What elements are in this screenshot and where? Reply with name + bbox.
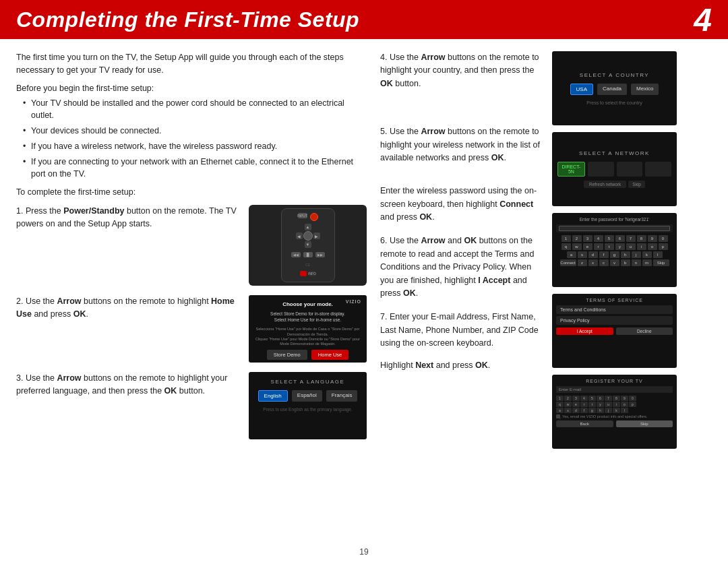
decline-btn: Decline	[616, 327, 673, 335]
page-title: Completing the First-Time Setup	[16, 7, 359, 32]
step-7b: Highlight Next and press OK.	[380, 359, 543, 372]
rkey-j: j	[605, 408, 612, 413]
register-skip-btn: Skip	[616, 420, 673, 427]
select-network-screen: SELECT A NETWORK DIRECT-5N Refresh netwo…	[552, 132, 677, 206]
key-skip: Skip	[653, 259, 669, 266]
key-x: x	[588, 259, 598, 266]
step-2-homeuse: Home Use	[16, 296, 235, 319]
key-y: y	[615, 243, 625, 250]
step-2-ok: OK	[73, 309, 86, 319]
network-item-1: DIRECT-5N	[557, 162, 585, 177]
rkey-q: q	[556, 402, 564, 407]
remote-bottom-buttons: INFO	[300, 271, 315, 276]
keyboard-row-1: 1 2 3 4 5 6 7 8 9 0	[556, 235, 673, 242]
dpad: ▲ ▼ ◀ ▶	[296, 224, 320, 248]
remote-image: INPUT ▲ ▼ ◀ ▶ ◀◀ ▐▌ ▶▶ CE	[249, 205, 367, 286]
key-q: q	[562, 243, 571, 250]
step-2-text: 2. Use the Arrow buttons on the remote t…	[16, 295, 241, 321]
footer-page-number: 19	[359, 547, 368, 557]
password-screen: Enter the password for 'Netgear321' 1 2 …	[552, 213, 677, 287]
input-button: INPUT	[298, 213, 307, 218]
step-6-ok: OK	[464, 236, 477, 245]
rkey-6: 6	[597, 396, 604, 401]
list-item: Your devices should be connected.	[23, 125, 367, 137]
homeuse-subtitle: Select Store Demo for in-store display. …	[270, 311, 345, 323]
key-t: t	[605, 243, 614, 250]
step-6-number: 6.	[380, 236, 387, 245]
email-field: Enter E-mail	[556, 386, 673, 393]
right-column: 4. Use the Arrow buttons on the remote t…	[380, 51, 677, 535]
prerequisite-list: Your TV should be installed and the powe…	[23, 97, 367, 181]
step-4-arrow: Arrow	[421, 53, 445, 62]
network-item-4	[645, 162, 671, 177]
step-5-arrow: Arrow	[421, 127, 445, 136]
step-6: 6. Use the Arrow and OK buttons on the r…	[380, 235, 543, 300]
key-connect: Connect	[560, 259, 576, 266]
reg-row-3: a s d f g h j k l	[556, 408, 673, 413]
ff-button: ▶▶	[315, 252, 325, 257]
key-n: n	[632, 259, 641, 266]
key-u: u	[626, 243, 636, 250]
rkey-d: d	[572, 408, 580, 413]
homeuse-title: Choose your mode.	[282, 301, 333, 308]
key-j: j	[632, 251, 641, 258]
rkey-u: u	[605, 402, 612, 407]
canada-btn: Canada	[597, 84, 627, 95]
step-7-number: 7.	[380, 312, 387, 321]
homeuse-extra: Selecciona "Home Use" por Modo de Casa o…	[254, 327, 361, 346]
step-3-text: 3. Use the Arrow buttons on the remote t…	[16, 372, 241, 398]
rkey-0: 0	[629, 396, 636, 401]
keyboard-row-3: a s d f g h j k l	[556, 251, 673, 258]
step-3-number: 3.	[16, 373, 23, 383]
key-l: l	[653, 251, 663, 258]
step-5: 5. Use the Arrow buttons on the remote t…	[380, 125, 543, 164]
rkey-i: i	[613, 402, 620, 407]
english-btn: English	[258, 390, 288, 402]
espanol-btn: Español	[292, 390, 322, 402]
keyboard-row-4: Connect z x c v b n m Skip	[556, 259, 673, 266]
step-2: 2. Use the Arrow buttons on the remote t…	[16, 295, 367, 363]
red-button	[300, 271, 307, 276]
right-screen-images: SELECT A COUNTRY USA Canada Mexico Press…	[552, 51, 677, 535]
country-buttons: USA Canada Mexico	[570, 84, 659, 95]
lang-subtitle: Press to use English as the primary lang…	[263, 407, 353, 412]
step-7b-ok: OK	[475, 361, 488, 370]
step-5b: Enter the wireless password using the on…	[380, 185, 543, 224]
step-4-number: 4.	[380, 53, 387, 62]
terms-title: TERMS OF SERVICE	[556, 298, 673, 303]
key-9: 9	[648, 235, 657, 242]
step-5-ok: OK	[491, 153, 504, 162]
step-5-number: 5.	[380, 127, 387, 136]
password-title: Enter the password for 'Netgear321'	[556, 217, 673, 222]
rkey-4: 4	[580, 396, 588, 401]
reg-row-2: q w e r t y u i o p	[556, 402, 673, 407]
key-8: 8	[637, 235, 646, 242]
key-3: 3	[583, 235, 593, 242]
step-4: 4. Use the Arrow buttons on the remote t…	[380, 51, 543, 90]
network-item-2	[588, 162, 614, 177]
rkey-a: a	[556, 408, 564, 413]
store-demo-btn: Store Demo	[267, 350, 307, 360]
power-button	[310, 213, 318, 221]
step-3-arrow: Arrow	[57, 373, 81, 383]
rkey-8: 8	[613, 396, 620, 401]
key-d: d	[588, 251, 598, 258]
main-content: The first time you turn on the TV, the S…	[0, 39, 728, 542]
key-0: 0	[659, 235, 668, 242]
page-footer: 19	[0, 542, 728, 562]
reg-row-1: 1 2 3 4 5 6 7 8 9 0	[556, 396, 673, 401]
step-3: 3. Use the Arrow buttons on the remote t…	[16, 372, 367, 439]
remote-body: INPUT ▲ ▼ ◀ ▶ ◀◀ ▐▌ ▶▶ CE	[281, 208, 335, 282]
network-item-3	[617, 162, 643, 177]
rkey-7: 7	[605, 396, 612, 401]
dpad-right: ▶	[313, 232, 320, 239]
key-r: r	[594, 243, 603, 250]
step-5b-ok: OK	[419, 212, 432, 222]
key-s: s	[578, 251, 587, 258]
password-input-field	[559, 226, 670, 231]
usa-btn: USA	[570, 84, 593, 95]
key-1: 1	[562, 235, 571, 242]
select-country-title: SELECT A COUNTRY	[580, 72, 649, 78]
key-k: k	[642, 251, 652, 258]
step-2-number: 2.	[16, 296, 23, 306]
